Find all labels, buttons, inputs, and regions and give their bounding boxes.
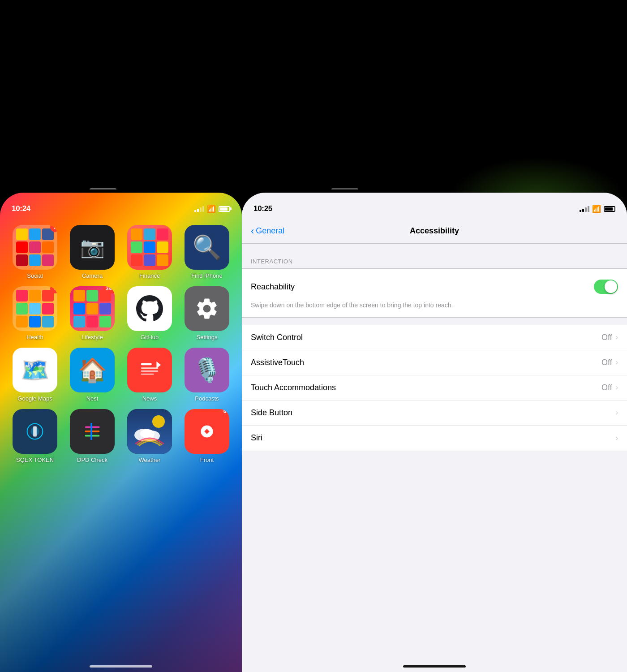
badge-front: 60 — [221, 409, 229, 416]
nav-bar: ‹ General Accessibility — [242, 219, 627, 244]
reachability-toggle[interactable] — [594, 280, 618, 294]
assistive-touch-value: Off — [601, 358, 612, 367]
chevron-side-button: › — [616, 409, 618, 417]
touch-accommodations-value: Off — [601, 383, 612, 392]
row-switch-control[interactable]: Switch Control Off › — [242, 325, 627, 350]
svg-rect-1 — [141, 363, 152, 366]
nav-title: Accessibility — [410, 226, 459, 236]
app-label-podcasts: Podcasts — [195, 395, 219, 402]
settings-group-main: Switch Control Off › AssistiveTouch Off … — [242, 325, 627, 451]
app-label-social: Social — [27, 272, 43, 279]
svg-point-19 — [140, 429, 155, 438]
app-label-github: GitHub — [141, 334, 159, 340]
app-settings[interactable]: Settings — [180, 286, 234, 340]
status-icons-right: 📶 — [580, 205, 615, 213]
status-bar-right: 10:25 📶 — [242, 199, 627, 219]
section-header-interaction: INTERACTION — [242, 251, 627, 268]
time-left: 10:24 — [12, 204, 30, 213]
row-touch-accommodations[interactable]: Touch Accommodations Off › — [242, 375, 627, 401]
svg-rect-9 — [33, 426, 37, 436]
app-front[interactable]: 60 Front — [180, 409, 234, 463]
reachability-description: Swipe down on the bottom edge of the scr… — [251, 299, 618, 317]
home-indicator-left — [90, 665, 152, 668]
row-assistive-touch[interactable]: AssistiveTouch Off › — [242, 350, 627, 375]
app-weather[interactable]: Weather — [123, 409, 176, 463]
swipe-hint-right — [331, 188, 358, 191]
reachability-label: Reachability — [251, 282, 594, 292]
app-label-front: Front — [200, 457, 214, 463]
app-news[interactable]: News — [123, 348, 176, 402]
app-label-finance: Finance — [139, 272, 160, 279]
app-label-lifestyle: Lifestyle — [82, 334, 103, 340]
app-grid: 3 Social 📷 Camera — [8, 225, 234, 463]
status-icons-left: 📶 — [194, 205, 230, 213]
time-right: 10:25 — [253, 204, 272, 213]
swipe-hint-left — [90, 188, 116, 191]
home-indicator-right — [403, 665, 466, 668]
switch-control-label: Switch Control — [251, 333, 601, 342]
app-find[interactable]: 🔍 Find iPhone — [180, 225, 234, 279]
app-label-camera: Camera — [82, 272, 103, 279]
signal-icon-left — [194, 206, 204, 212]
row-side-button[interactable]: Side Button › — [242, 401, 627, 426]
app-social[interactable]: 3 Social — [8, 225, 62, 279]
signal-icon-right — [580, 206, 589, 212]
app-label-gmaps: Google Maps — [17, 395, 52, 402]
app-gmaps[interactable]: 🗺️ Google Maps — [8, 348, 62, 402]
row-reachability[interactable]: Reachability Swipe down on the bottom ed… — [242, 269, 627, 317]
svg-point-16 — [152, 415, 165, 428]
chevron-touch-accommodations: › — [616, 383, 618, 392]
app-finance[interactable]: Finance — [123, 225, 176, 279]
svg-rect-4 — [141, 374, 154, 375]
app-sqex[interactable]: SQEX TOKEN — [8, 409, 62, 463]
wifi-icon-right: 📶 — [592, 205, 601, 213]
app-lifestyle[interactable]: 344 Lifestyle — [65, 286, 119, 340]
back-label: General — [256, 226, 284, 236]
settings-group-reachability: Reachability Swipe down on the bottom ed… — [242, 268, 627, 318]
app-github[interactable]: GitHub — [123, 286, 176, 340]
svg-rect-0 — [137, 357, 163, 383]
app-label-nest: Nest — [86, 395, 99, 402]
badge-lifestyle: 344 — [103, 286, 115, 293]
app-health[interactable]: 7 Health — [8, 286, 62, 340]
app-label-health: Health — [26, 334, 43, 340]
chevron-assistive-touch: › — [616, 358, 618, 366]
chevron-switch-control: › — [616, 333, 618, 341]
spacer — [242, 244, 627, 251]
phone-left: 10:24 📶 3 — [0, 193, 242, 672]
app-label-settings: Settings — [197, 334, 218, 340]
status-bar-left: 10:24 📶 — [0, 199, 242, 219]
battery-icon-left — [219, 206, 230, 212]
wifi-icon-left: 📶 — [207, 205, 216, 213]
app-label-dpd: DPD Check — [77, 457, 107, 463]
app-label-sqex: SQEX TOKEN — [16, 457, 54, 463]
phone-right: 10:25 📶 ‹ General Accessibility INTERACT… — [242, 193, 627, 672]
app-label-news: News — [142, 395, 157, 402]
row-siri[interactable]: Siri › — [242, 426, 627, 451]
app-label-find: Find iPhone — [191, 272, 222, 279]
settings-content: INTERACTION Reachability Swipe down on t… — [242, 244, 627, 672]
app-nest[interactable]: 🏠 Nest — [65, 348, 119, 402]
spacer2 — [242, 318, 627, 325]
siri-label: Siri — [251, 433, 616, 443]
back-button[interactable]: ‹ General — [251, 225, 284, 237]
battery-icon-right — [604, 206, 615, 212]
assistive-touch-label: AssistiveTouch — [251, 358, 601, 367]
app-podcasts[interactable]: 🎙️ Podcasts — [180, 348, 234, 402]
svg-rect-2 — [141, 367, 159, 369]
chevron-siri: › — [616, 434, 618, 442]
app-camera[interactable]: 📷 Camera — [65, 225, 119, 279]
svg-rect-3 — [141, 370, 159, 372]
side-button-label: Side Button — [251, 408, 616, 418]
switch-control-value: Off — [601, 333, 612, 342]
touch-accommodations-label: Touch Accommodations — [251, 383, 601, 392]
app-label-weather: Weather — [139, 457, 161, 463]
app-dpd[interactable]: DPD Check — [65, 409, 119, 463]
toggle-knob — [605, 280, 617, 293]
back-chevron-icon: ‹ — [251, 225, 254, 237]
